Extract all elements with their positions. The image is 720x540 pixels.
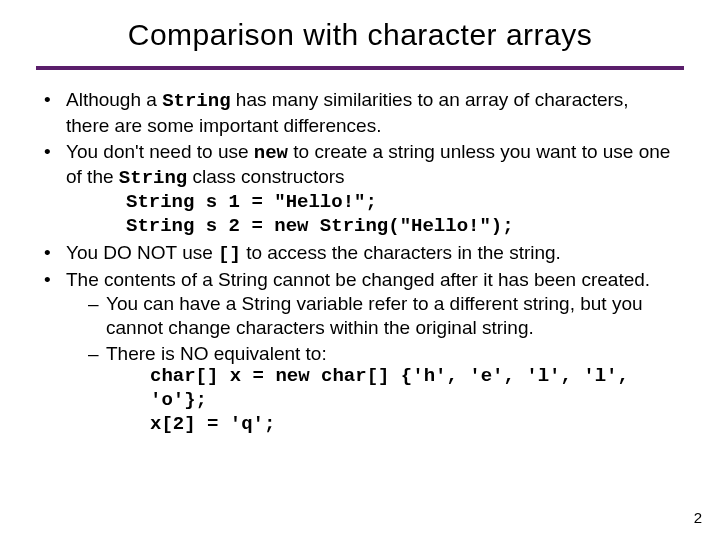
text: You don't need to use xyxy=(66,141,254,162)
bullet-item: Although a String has many similarities … xyxy=(44,88,676,138)
sub-bullet-list: You can have a String variable refer to … xyxy=(66,292,676,437)
text: to access the characters in the string. xyxy=(241,242,561,263)
code-line: x[2] = 'q'; xyxy=(150,413,676,437)
text: There is NO equivalent to: xyxy=(106,343,327,364)
text: You can have a String variable refer to … xyxy=(106,293,643,338)
inline-code: String xyxy=(162,90,230,112)
code-line: char[] x = new char[] {'h', 'e', 'l', 'l… xyxy=(150,365,676,413)
text: You DO NOT use xyxy=(66,242,218,263)
slide-title: Comparison with character arrays xyxy=(0,0,720,66)
code-block: String s 1 = "Hello!"; String s 2 = new … xyxy=(66,191,676,239)
bullet-item: The contents of a String cannot be chang… xyxy=(44,268,676,436)
code-line: String s 2 = new String("Hello!"); xyxy=(126,215,676,239)
inline-code: String xyxy=(119,167,187,189)
text: class constructors xyxy=(187,166,344,187)
inline-code: new xyxy=(254,142,288,164)
slide-body: Although a String has many similarities … xyxy=(0,70,720,437)
bullet-item: You don't need to use new to create a st… xyxy=(44,140,676,239)
code-block: char[] x = new char[] {'h', 'e', 'l', 'l… xyxy=(106,365,676,436)
bullet-item: You DO NOT use [] to access the characte… xyxy=(44,241,676,267)
inline-code: [] xyxy=(218,243,241,265)
bullet-list: Although a String has many similarities … xyxy=(44,88,676,437)
sub-bullet-item: You can have a String variable refer to … xyxy=(88,292,676,340)
text: The contents of a String cannot be chang… xyxy=(66,269,650,290)
slide: Comparison with character arrays Althoug… xyxy=(0,0,720,540)
code-line: String s 1 = "Hello!"; xyxy=(126,191,676,215)
sub-bullet-item: There is NO equivalent to: char[] x = ne… xyxy=(88,342,676,437)
page-number: 2 xyxy=(694,509,702,526)
text: Although a xyxy=(66,89,162,110)
